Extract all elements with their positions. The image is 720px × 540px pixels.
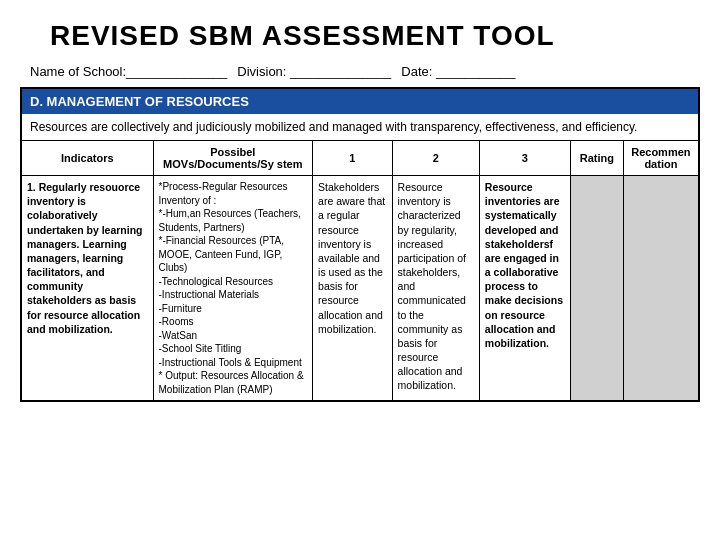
col-header-1: 1 [313, 141, 393, 176]
col-header-3: 3 [479, 141, 570, 176]
rating-1 [570, 176, 623, 402]
recommendation-1 [623, 176, 699, 402]
col-header-2: 2 [392, 141, 479, 176]
col-header-recommendation: Recommen dation [623, 141, 699, 176]
section-description: Resources are collectively and judicious… [21, 114, 699, 141]
date-label: Date: ___________ [401, 64, 515, 79]
school-field: Name of School:______________ [30, 64, 227, 79]
col-header-possibel: Possibel MOVs/Documents/Sy stem [153, 141, 313, 176]
page-title: REVISED SBM ASSESSMENT TOOL [20, 10, 700, 60]
section-header: D. MANAGEMENT OF RESOURCES [21, 88, 699, 114]
division-field: Division: ______________ [237, 64, 391, 79]
col2-1: Resource inventory is characterized by r… [392, 176, 479, 402]
indicator-1: 1. Regularly resouorce inventory is cola… [21, 176, 153, 402]
col-header-rating: Rating [570, 141, 623, 176]
division-label: Division: ______________ [237, 64, 391, 79]
col3-1: Resource inventories are systematically … [479, 176, 570, 402]
col1-1: Stakeholders are aware that a regular re… [313, 176, 393, 402]
col-header-indicators: Indicators [21, 141, 153, 176]
assessment-table: D. MANAGEMENT OF RESOURCES Resources are… [20, 87, 700, 402]
form-row: Name of School:______________ Division: … [20, 60, 700, 87]
date-field: Date: ___________ [401, 64, 515, 79]
possibel-1: *Process-Regular Resources Inventory of … [153, 176, 313, 402]
school-label: Name of School:______________ [30, 64, 227, 79]
table-row: 1. Regularly resouorce inventory is cola… [21, 176, 699, 402]
